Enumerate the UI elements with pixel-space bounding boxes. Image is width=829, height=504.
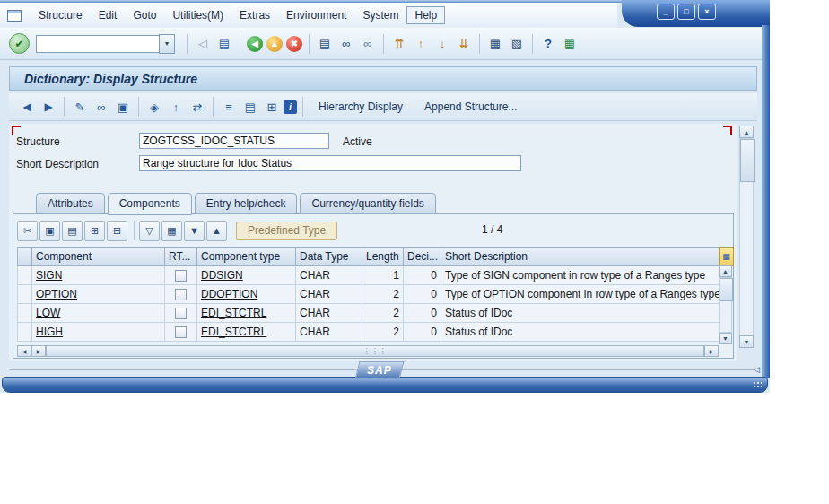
structure-field[interactable]: [139, 133, 329, 149]
move-up-icon[interactable]: ▲: [206, 221, 227, 241]
table-row[interactable]: HIGH EDI_STCTRL CHAR 2 0 Status of IDoc: [18, 323, 720, 342]
reference-type-checkbox[interactable]: [175, 289, 187, 300]
scroll-left-button[interactable]: ◀: [17, 345, 31, 357]
scroll-down-button[interactable]: ▼: [739, 335, 754, 348]
print-icon[interactable]: ▤: [315, 34, 335, 54]
cut-icon[interactable]: ✂: [17, 221, 38, 241]
column-header[interactable]: Component: [32, 248, 165, 266]
column-header[interactable]: Deci...: [404, 248, 441, 266]
select-all-icon[interactable]: ▽: [139, 221, 160, 241]
scroll-track[interactable]: [719, 277, 732, 333]
column-header[interactable]: Component type: [197, 248, 296, 266]
menu-item[interactable]: Goto: [125, 6, 164, 24]
print-icon[interactable]: ▤: [240, 97, 260, 117]
component-type-link[interactable]: EDI_STCTRL: [201, 307, 266, 319]
insert-row-icon[interactable]: ⊞: [84, 221, 105, 241]
reference-type-checkbox[interactable]: [175, 308, 187, 319]
last-page-icon[interactable]: ⇊: [454, 34, 474, 54]
display-change-icon[interactable]: ✎: [70, 97, 90, 117]
menu-item[interactable]: Extras: [231, 6, 278, 24]
copy-icon[interactable]: ▣: [113, 97, 133, 117]
tab[interactable]: Components: [108, 193, 192, 215]
menu-item[interactable]: Utilities(M): [164, 6, 231, 24]
menu-item[interactable]: Environment: [278, 6, 354, 24]
previous-page-icon[interactable]: ↑: [411, 34, 431, 54]
forward-icon[interactable]: ▶: [39, 97, 58, 117]
reference-type-checkbox[interactable]: [175, 270, 187, 282]
scroll-up-button[interactable]: ▲: [719, 265, 732, 277]
table-row[interactable]: LOW EDI_STCTRL CHAR 2 0 Status of IDoc: [18, 304, 720, 323]
layout-settings-icon[interactable]: ▦: [719, 247, 734, 266]
copy-rows-icon[interactable]: ▣: [39, 221, 60, 241]
table-row[interactable]: OPTION DDOPTION CHAR 2 0 Type of OPTION …: [18, 285, 720, 304]
menu-item[interactable]: Help: [406, 6, 445, 24]
selector-column-header[interactable]: [18, 248, 32, 266]
next-page-icon[interactable]: ↓: [432, 34, 452, 54]
first-page-icon[interactable]: ⇈: [389, 34, 409, 54]
row-selector[interactable]: [18, 266, 32, 285]
scroll-right-button[interactable]: ▶: [704, 345, 719, 357]
table-contents-icon[interactable]: ⊞: [262, 97, 282, 117]
compare-icon[interactable]: ⇄: [188, 97, 207, 117]
find-icon[interactable]: ∞: [336, 34, 356, 54]
menu-item[interactable]: Edit: [91, 6, 126, 24]
reference-type-checkbox[interactable]: [175, 326, 187, 338]
component-link[interactable]: SIGN: [36, 269, 62, 282]
hierarchy-display-button[interactable]: Hierarchy Display: [308, 98, 414, 116]
paste-rows-icon[interactable]: ▤: [62, 221, 83, 241]
close-button[interactable]: ×: [698, 4, 716, 20]
session-menu-icon[interactable]: [7, 10, 22, 22]
row-selector[interactable]: [18, 304, 32, 323]
short-description-field[interactable]: [139, 155, 521, 171]
component-link[interactable]: OPTION: [36, 288, 77, 300]
scroll-track[interactable]: [739, 138, 754, 335]
search-icon[interactable]: ∞: [92, 97, 111, 117]
tab[interactable]: Entry help/check: [195, 193, 298, 213]
scroll-thumb[interactable]: ⋮⋮⋮: [46, 345, 704, 357]
component-type-link[interactable]: DDSIGN: [201, 269, 243, 282]
exit-icon[interactable]: ▲: [266, 36, 283, 52]
save-icon[interactable]: ▤: [214, 34, 234, 54]
new-session-icon[interactable]: ▦: [485, 34, 505, 54]
restore-button[interactable]: □: [677, 4, 695, 20]
continue-icon[interactable]: ◀: [247, 36, 263, 52]
move-down-icon[interactable]: ▼: [184, 221, 205, 241]
splitter-grip-icon[interactable]: ⋮⋮⋮: [363, 347, 388, 355]
menu-item[interactable]: System: [354, 6, 406, 24]
scroll-up-button[interactable]: ▲: [739, 126, 754, 138]
command-input[interactable]: [36, 35, 159, 53]
component-link[interactable]: LOW: [36, 307, 60, 319]
minimize-button[interactable]: _: [657, 4, 675, 20]
help-icon[interactable]: ?: [538, 34, 558, 54]
select-block-icon[interactable]: ▦: [161, 221, 182, 241]
append-structure-button[interactable]: Append Structure...: [414, 98, 528, 116]
jump-to-icon[interactable]: ↑: [166, 97, 186, 117]
scroll-thumb[interactable]: [740, 139, 755, 182]
component-type-link[interactable]: DDOPTION: [201, 288, 257, 300]
row-selector[interactable]: [18, 323, 32, 342]
info-icon[interactable]: i: [284, 100, 297, 114]
scroll-down-button[interactable]: ▼: [719, 333, 732, 344]
column-header[interactable]: RT...: [165, 248, 197, 266]
command-dropdown-icon[interactable]: ▼: [159, 34, 175, 54]
back-icon[interactable]: ◁: [193, 34, 213, 54]
column-header[interactable]: Short Description: [441, 248, 720, 266]
cancel-icon[interactable]: ✖: [286, 36, 302, 52]
row-selector[interactable]: [18, 285, 32, 304]
column-header[interactable]: Length: [362, 248, 404, 266]
find-next-icon[interactable]: ∞: [358, 34, 378, 54]
back-icon[interactable]: ◀: [17, 97, 37, 117]
status-expand-icon[interactable]: ◁: [754, 365, 760, 374]
component-link[interactable]: HIGH: [36, 326, 63, 338]
scroll-right-button[interactable]: ▶: [31, 345, 46, 357]
scroll-thumb[interactable]: [720, 278, 733, 301]
column-header[interactable]: Data Type: [296, 248, 362, 266]
tab[interactable]: Attributes: [36, 193, 105, 213]
component-type-link[interactable]: EDI_STCTRL: [201, 326, 266, 338]
create-shortcut-icon[interactable]: ▧: [507, 34, 527, 54]
enter-icon[interactable]: ✔: [9, 33, 30, 54]
hierarchy-icon[interactable]: ≡: [219, 97, 239, 117]
predefined-type-button[interactable]: Predefined Type: [236, 222, 337, 240]
where-used-icon[interactable]: ◈: [144, 97, 164, 117]
table-row[interactable]: SIGN DDSIGN CHAR 1 0 Type of SIGN compon…: [18, 266, 720, 285]
